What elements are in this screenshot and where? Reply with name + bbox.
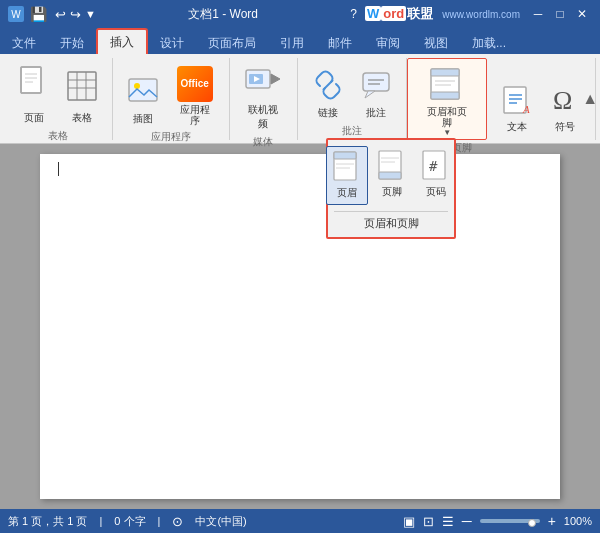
- svg-rect-33: [334, 152, 356, 159]
- record-icon: ⊙: [172, 514, 183, 529]
- dropdown-header-label: 页眉: [337, 186, 357, 200]
- symbol-btn-label: 符号: [555, 120, 575, 134]
- zoom-slider[interactable]: [480, 519, 540, 523]
- wordlm-brand: Word联盟: [365, 5, 434, 23]
- dropdown-item-header[interactable]: 页眉: [326, 146, 368, 205]
- header-footer-btn-label: 页眉和页脚: [422, 106, 472, 128]
- dropdown-pagenum-svg: #: [422, 150, 450, 182]
- view-mode-icon-1[interactable]: ▣: [403, 514, 415, 529]
- window-title: 文档1 - Word: [96, 6, 350, 23]
- view-mode-icon-2[interactable]: ⊡: [423, 514, 434, 529]
- svg-rect-0: [21, 67, 41, 93]
- minimize-button[interactable]: ─: [528, 4, 548, 24]
- svg-line-16: [323, 80, 333, 90]
- tab-home[interactable]: 开始: [48, 32, 96, 54]
- tab-page-layout[interactable]: 页面布局: [196, 32, 268, 54]
- ribbon: 页面 表格 表格: [0, 54, 600, 144]
- svg-rect-23: [431, 92, 459, 99]
- tab-file[interactable]: 文件: [0, 32, 48, 54]
- svg-rect-10: [129, 79, 157, 101]
- text-icon: A: [501, 83, 533, 118]
- office-apps-btn-label: 应用程序: [175, 104, 215, 126]
- title-bar-left: W 💾 ↩ ↪ ▼: [8, 6, 96, 22]
- svg-text:#: #: [429, 158, 438, 174]
- zoom-minus[interactable]: ─: [462, 513, 472, 529]
- ribbon-scroll-button[interactable]: ▲: [582, 90, 598, 108]
- ribbon-btn-table[interactable]: 表格: [60, 66, 104, 129]
- ribbon-btn-header-footer[interactable]: 页眉和页脚 ▼: [416, 63, 478, 141]
- status-left: 第 1 页，共 1 页 | 0 个字 | ⊙ 中文(中国): [8, 514, 247, 529]
- tab-insert[interactable]: 插入: [96, 28, 148, 54]
- status-right: ▣ ⊡ ☰ ─ + 100%: [403, 513, 592, 529]
- save-icon[interactable]: 💾: [30, 6, 47, 22]
- tab-mailings[interactable]: 邮件: [316, 32, 364, 54]
- dropdown-group-label: 页眉和页脚: [334, 211, 448, 231]
- status-sep-1: |: [99, 515, 102, 527]
- dropdown-footer-icon: [378, 150, 406, 185]
- picture-btn-label: 插图: [133, 112, 153, 126]
- dropdown-arrow-icon: ▼: [443, 128, 451, 137]
- tab-design[interactable]: 设计: [148, 32, 196, 54]
- document-page[interactable]: [40, 154, 560, 499]
- ribbon-btn-link[interactable]: 链接: [306, 65, 350, 124]
- ribbon-btn-picture[interactable]: 插图: [121, 71, 165, 130]
- help-icon[interactable]: ?: [350, 7, 357, 21]
- picture-icon: [127, 75, 159, 110]
- tab-references[interactable]: 引用: [268, 32, 316, 54]
- header-footer-icon: [429, 67, 465, 104]
- dropdown-items-list: 页眉 页脚 #: [326, 146, 456, 205]
- language: 中文(中国): [195, 514, 246, 529]
- zoom-plus[interactable]: +: [548, 513, 556, 529]
- ribbon-group-comments: 链接 批注 批注: [298, 58, 407, 140]
- group-label-apps: 应用程序: [151, 130, 191, 146]
- comment-btn-label: 批注: [366, 106, 386, 120]
- ribbon-group-hf-items: 页眉和页脚 ▼: [416, 59, 478, 141]
- ribbon-btn-online-video[interactable]: 联机视频: [238, 62, 290, 135]
- redo-icon[interactable]: ↪: [70, 7, 81, 22]
- maximize-button[interactable]: □: [550, 4, 570, 24]
- dropdown-item-footer[interactable]: 页脚: [372, 146, 412, 205]
- title-right: ? Word联盟 www.wordlm.com ─ □ ✕: [350, 4, 592, 24]
- dropdown-item-pagenum[interactable]: # 页码: [416, 146, 456, 205]
- group-label-tables: 表格: [48, 129, 68, 145]
- svg-marker-13: [271, 74, 280, 84]
- zoom-level: 100%: [564, 515, 592, 527]
- ribbon-btn-page[interactable]: 页面: [12, 62, 56, 129]
- ribbon-group-apps: 插图 Office 应用程序 应用程序: [113, 58, 230, 140]
- group-label-media: 媒体: [253, 135, 273, 151]
- dropdown-footer-label: 页脚: [382, 185, 402, 199]
- undo-icon[interactable]: ↩: [55, 7, 66, 22]
- comment-icon: [360, 69, 392, 104]
- dropdown-pagenum-label: 页码: [426, 185, 446, 199]
- tab-addins[interactable]: 加载...: [460, 32, 518, 54]
- video-btn-label: 联机视频: [244, 103, 284, 131]
- ribbon-group-tables-items: 页面 表格: [12, 58, 104, 129]
- symbol-svg-icon: Ω: [549, 83, 581, 115]
- dropdown-footer-svg: [378, 150, 406, 182]
- video-icon: [245, 66, 281, 101]
- ribbon-group-apps-items: 插图 Office 应用程序: [121, 58, 221, 130]
- status-sep-2: |: [158, 515, 161, 527]
- comment-svg-icon: [360, 69, 392, 101]
- tab-view[interactable]: 视图: [412, 32, 460, 54]
- ribbon-btn-comment[interactable]: 批注: [354, 65, 398, 124]
- ribbon-btn-symbol[interactable]: Ω 符号: [543, 79, 587, 138]
- tab-review[interactable]: 审阅: [364, 32, 412, 54]
- svg-rect-37: [379, 172, 401, 179]
- customize-icon[interactable]: ▼: [85, 8, 96, 20]
- svg-rect-22: [431, 69, 459, 76]
- svg-rect-5: [68, 72, 96, 100]
- close-button[interactable]: ✕: [572, 4, 592, 24]
- ribbon-btn-office-apps[interactable]: Office 应用程序: [169, 62, 221, 130]
- ribbon-group-text: A 文本 Ω 符号: [487, 58, 596, 140]
- table-icon: [66, 70, 98, 109]
- ribbon-group-media-items: 联机视频: [238, 58, 290, 135]
- view-mode-icon-3[interactable]: ☰: [442, 514, 454, 529]
- ribbon-btn-text[interactable]: A 文本: [495, 79, 539, 138]
- word-app-icon: W: [8, 6, 24, 22]
- text-btn-label: 文本: [507, 120, 527, 134]
- svg-text:A: A: [522, 103, 530, 115]
- header-footer-dropdown: 页眉 页脚 #: [326, 138, 456, 239]
- svg-rect-17: [363, 73, 389, 91]
- page-btn-label: 页面: [24, 111, 44, 125]
